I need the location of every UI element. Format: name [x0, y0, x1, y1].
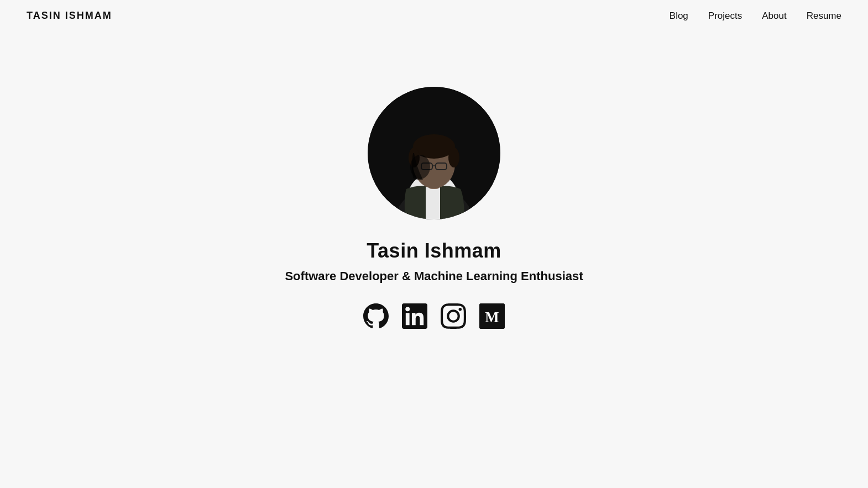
site-header: TASIN ISHMAM Blog Projects About Resume: [0, 0, 868, 32]
nav-about[interactable]: About: [762, 11, 786, 22]
nav-blog[interactable]: Blog: [670, 11, 688, 22]
main-nav: Blog Projects About Resume: [670, 11, 841, 22]
svg-point-7: [448, 148, 459, 167]
person-subtitle: Software Developer & Machine Learning En…: [285, 269, 583, 284]
instagram-icon[interactable]: [441, 303, 466, 329]
linkedin-icon[interactable]: [402, 303, 427, 329]
medium-icon[interactable]: M: [479, 303, 505, 329]
nav-projects[interactable]: Projects: [708, 11, 742, 22]
nav-resume[interactable]: Resume: [807, 11, 841, 22]
hero-section: Tasin Ishmam Software Developer & Machin…: [0, 32, 868, 329]
person-name: Tasin Ishmam: [367, 239, 501, 263]
avatar: [368, 87, 500, 219]
site-logo[interactable]: TASIN ISHMAM: [27, 10, 112, 22]
github-icon[interactable]: [363, 303, 389, 329]
social-links: M: [363, 303, 505, 329]
svg-text:M: M: [485, 309, 499, 326]
